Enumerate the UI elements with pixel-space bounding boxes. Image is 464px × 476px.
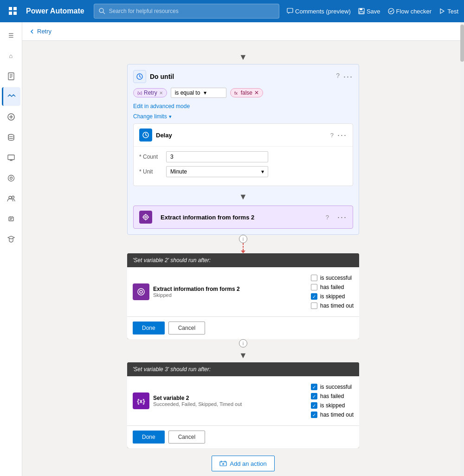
dropdown-chevron-icon: ▾ <box>204 90 206 96</box>
edit-advanced-link[interactable]: Edit in advanced mode <box>133 103 190 109</box>
save-button[interactable]: Save <box>358 8 380 15</box>
svg-rect-3 <box>13 12 17 15</box>
run-after-action-info-1: Extract information from forms 2 Skipped <box>153 286 305 298</box>
do-until-actions[interactable]: ? ··· <box>336 72 353 82</box>
checkbox-skipped-1[interactable]: ✓ <box>311 293 317 300</box>
done-button-1[interactable]: Done <box>133 322 165 334</box>
scrollbar-thumb[interactable] <box>460 25 464 62</box>
sub-header: Retry <box>22 22 464 41</box>
app-grid-icon[interactable] <box>6 4 20 19</box>
svg-rect-1 <box>13 7 17 10</box>
info-circle-2[interactable]: i <box>239 339 247 347</box>
svg-point-4 <box>99 8 103 13</box>
run-after-panel-1: 'Set variable 2' should run after: Extra… <box>127 253 359 339</box>
run-after-footer-1: Done Cancel <box>127 316 359 339</box>
sidebar-item-process[interactable] <box>2 169 20 187</box>
svg-point-11 <box>388 8 394 14</box>
remove-value-button[interactable]: ✕ <box>254 90 259 96</box>
checkbox-row-timedout-1: has timed out <box>311 302 354 309</box>
checkbox-failed-2[interactable]: ✓ <box>311 393 317 399</box>
comments-button[interactable]: Comments (preview) <box>287 8 351 15</box>
run-after-action-1: Extract information from forms 2 Skipped <box>133 273 305 311</box>
do-until-more-icon[interactable]: ··· <box>343 72 353 82</box>
delay-more-icon[interactable]: ··· <box>337 130 347 140</box>
run-after-action-2: {x} Set variable 2 Succeeded, Failed, Sk… <box>133 382 305 420</box>
connector-2: ▼ <box>239 348 247 362</box>
change-limits-chevron-icon[interactable]: ▾ <box>169 114 172 120</box>
do-until-block: Do until ? ··· {x} Retry ✕ <box>127 64 359 235</box>
sidebar-item-menu[interactable]: ☰ <box>2 26 20 45</box>
condition-operator[interactable]: is equal to ▾ <box>171 88 226 98</box>
add-action-area-1: Add an action <box>127 456 359 471</box>
svg-text:fx: fx <box>234 91 238 95</box>
checkbox-successful-2[interactable]: ✓ <box>311 384 317 390</box>
svg-point-45 <box>138 289 144 295</box>
checkbox-successful-1[interactable] <box>311 275 317 281</box>
count-row: * Count <box>139 151 347 162</box>
sidebar-item-learn[interactable] <box>2 230 20 249</box>
red-arrow <box>240 244 246 253</box>
remove-tag-button[interactable]: ✕ <box>159 90 163 96</box>
checkbox-timedout-2[interactable]: ✓ <box>311 412 317 418</box>
cancel-button-1[interactable]: Cancel <box>168 322 205 334</box>
retry-tag[interactable]: {x} Retry ✕ <box>133 88 167 97</box>
extract-info-inner: Extract information from forms 2 ? ··· <box>133 206 353 229</box>
test-button[interactable]: Test <box>439 8 458 15</box>
sidebar-item-clipboard[interactable] <box>2 67 20 85</box>
sidebar-item-data[interactable] <box>2 128 20 147</box>
run-after-action-status-1: Skipped <box>153 292 305 298</box>
condition-value[interactable]: fx false ✕ <box>230 88 263 97</box>
sidebar-item-users[interactable] <box>2 189 20 208</box>
done-button-2[interactable]: Done <box>133 431 165 444</box>
delay-help-icon[interactable]: ? <box>330 132 334 139</box>
change-limits-row[interactable]: Change limits ▾ <box>133 113 353 120</box>
checkbox-label-timedout-1: has timed out <box>320 302 354 309</box>
sidebar-item-ai[interactable] <box>2 210 20 228</box>
flow-container: ▼ Do until ? ··· <box>104 50 382 476</box>
flow-checker-button[interactable]: Flow checker <box>388 8 432 15</box>
checkbox-label-successful-2: is successful <box>320 384 352 390</box>
sidebar-item-flow[interactable] <box>2 87 20 106</box>
search-bar[interactable]: Search for helpful resources <box>94 4 279 19</box>
delay-body: * Count * Unit Minute ▾ <box>134 147 353 186</box>
search-icon <box>99 8 105 14</box>
checkbox-failed-1[interactable] <box>311 284 317 290</box>
checkbox-skipped-2[interactable]: ✓ <box>311 402 317 409</box>
svg-marker-12 <box>440 9 444 13</box>
checkbox-label-failed-2: has failed <box>320 393 344 399</box>
run-after-action-name-1: Extract information from forms 2 <box>153 286 305 292</box>
run-after-action-info-2: Set variable 2 Succeeded, Failed, Skippe… <box>153 395 305 407</box>
check-icon <box>388 8 394 14</box>
sidebar: ☰ ⌂ <box>0 22 22 476</box>
add-action-button-1[interactable]: Add an action <box>212 456 275 471</box>
checkbox-timedout-1[interactable] <box>311 302 317 309</box>
scrollbar-track[interactable] <box>460 22 464 476</box>
svg-point-38 <box>145 216 147 218</box>
info-circle-1[interactable]: i <box>239 235 247 243</box>
back-button[interactable]: Retry <box>30 28 52 35</box>
checkbox-label-successful-1: is successful <box>320 275 352 281</box>
run-after-action-name-2: Set variable 2 <box>153 395 305 401</box>
svg-point-25 <box>8 175 14 181</box>
sidebar-item-add[interactable] <box>2 108 20 126</box>
checkbox-label-skipped-1: is skipped <box>320 293 345 300</box>
sidebar-item-home[interactable]: ⌂ <box>2 46 20 65</box>
checkbox-row-successful-2: ✓ is successful <box>311 384 354 390</box>
count-input[interactable] <box>166 151 268 162</box>
unit-select[interactable]: Minute ▾ <box>166 166 268 177</box>
sidebar-item-monitor[interactable] <box>2 148 20 167</box>
svg-point-20 <box>8 135 14 137</box>
change-limits-link[interactable]: Change limits <box>133 113 167 120</box>
checkbox-label-failed-1: has failed <box>320 284 344 290</box>
do-until-icon <box>133 70 146 83</box>
svg-rect-6 <box>287 8 293 13</box>
cancel-button-2[interactable]: Cancel <box>168 431 205 444</box>
extract-info-help-icon[interactable]: ? <box>326 214 329 221</box>
canvas-area[interactable]: ▼ Do until ? ··· <box>22 41 464 476</box>
do-until-help-icon[interactable]: ? <box>336 72 340 82</box>
svg-rect-0 <box>9 7 12 10</box>
right-actions: Comments (preview) Save Flow checker Tes… <box>287 8 458 15</box>
unit-chevron-icon: ▾ <box>261 168 264 175</box>
checkbox-label-skipped-2: is skipped <box>320 402 345 409</box>
extract-info-more-icon[interactable]: ··· <box>337 212 347 222</box>
